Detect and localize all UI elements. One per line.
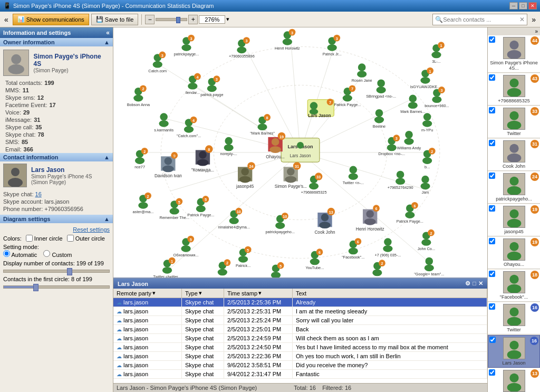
maximize-button[interactable]: □ [519, 2, 527, 9]
cell-text: Fantastic [293, 370, 487, 378]
col-remote-party[interactable]: Remote party▾ [113, 289, 182, 298]
owner-section-header[interactable]: Owner information ▲ [0, 38, 113, 46]
svg-point-89 [257, 123, 267, 130]
contact-section-header[interactable]: Contact information ▲ [0, 153, 113, 161]
chat-row[interactable]: ☁ lars.jason Skype chat 2/5/2013 2:22:36… [113, 352, 487, 361]
contact-checkbox[interactable] [489, 36, 495, 43]
node-lars[interactable]: 7 Lars Jason [307, 99, 334, 119]
contact-checkbox[interactable] [489, 74, 495, 81]
contact-checkbox[interactable] [489, 337, 496, 343]
contact-avatar [503, 271, 525, 293]
chat-row[interactable]: ☁ lars.jason Skype chat 2/5/2013 2:24:50… [113, 343, 487, 352]
svg-point-294 [507, 284, 521, 293]
close-button[interactable]: ✕ [528, 2, 537, 9]
svg-text:5: 5 [279, 264, 282, 269]
contact-checkbox[interactable] [489, 140, 495, 146]
svg-point-250 [377, 79, 385, 87]
minimize-button[interactable]: ─ [509, 2, 518, 9]
svg-point-53 [327, 44, 337, 51]
right-contact-card[interactable]: 19 Ohayou... [488, 237, 540, 269]
contact-badge: 43 [531, 74, 539, 83]
contact-card-name: Cook John [503, 164, 525, 169]
search-input[interactable] [443, 16, 519, 23]
svg-text:7: 7 [351, 87, 353, 91]
contacts-slider[interactable] [3, 267, 110, 275]
chat-row[interactable]: ☁ lars.jason Skype chat 9/4/2012 2:31:47… [113, 370, 487, 379]
svg-text:1: 1 [440, 43, 442, 48]
svg-point-4 [8, 178, 23, 187]
right-contact-card[interactable]: 16 Lars Jason [488, 335, 540, 368]
chat-row[interactable]: ☁ lars.jason Skype chat 2/5/2013 2:25:31… [113, 307, 487, 316]
chat-row[interactable]: ☁ lars.jason Skype chat 9/6/2012 3:58:51… [113, 361, 487, 370]
collapse-button[interactable]: « [106, 29, 110, 36]
svg-text:Simon Payge's...: Simon Payge's... [275, 184, 307, 189]
node-jam[interactable]: Jam [420, 176, 430, 195]
svg-point-81 [184, 126, 194, 133]
show-communications-button[interactable]: 📊 Show communications [13, 14, 89, 25]
col-text[interactable]: Text [293, 289, 487, 298]
expand-left-btn[interactable]: « [2, 15, 11, 24]
svg-point-202 [218, 269, 227, 276]
contact-checkbox[interactable] [489, 205, 495, 212]
svg-point-240 [420, 183, 430, 189]
chat-row[interactable]: ☁ lars.jason Skype chat 2/5/2013 2:25:01… [113, 325, 487, 334]
zoom-slider[interactable] [156, 18, 187, 21]
owner-info: Simon Payge's iPhone 4S (Simon Payge) [33, 53, 110, 73]
minimize-chat-icon[interactable]: □ [472, 280, 476, 287]
first-circle-slider[interactable] [3, 283, 110, 291]
contact-checkbox[interactable] [489, 238, 495, 244]
right-contact-card[interactable]: 13 update+zrdol1=l... [488, 368, 540, 392]
diagram-canvas[interactable]: Lars Jason Lars Jason 3 Catch.com [113, 27, 487, 278]
col-timestamp[interactable]: Time stamp▾ [224, 289, 293, 298]
right-contact-card[interactable]: 24 patrickpaygeho... [488, 171, 540, 204]
right-contact-card[interactable]: 44 Simon Payge's iPhone 4S... [488, 35, 540, 73]
diagram-section-header[interactable]: Diagram settings ▲ [0, 215, 113, 223]
right-contact-card[interactable]: 18 "Facebook"... [488, 270, 540, 302]
contact-checkbox[interactable] [489, 173, 495, 179]
contact-badge: 24 [531, 173, 539, 181]
right-contact-card[interactable]: 31 Cook John [488, 139, 540, 171]
cell-party: ☁ lars.jason [113, 298, 182, 307]
contact-checkbox[interactable] [489, 107, 495, 113]
right-contact-card[interactable]: 43 +79688685325 [488, 73, 540, 106]
close-chat-icon[interactable]: ✕ [478, 280, 483, 287]
contact-avatar [503, 304, 525, 326]
zoom-in-button[interactable]: + [188, 15, 198, 24]
contact-badge: 18 [531, 271, 539, 279]
contact-checkbox[interactable] [489, 303, 495, 310]
right-contact-card[interactable]: 33 Twitter [488, 106, 540, 138]
chat-row[interactable]: ☁ lars.jason Skype chat 2/5/2013 2:25:24… [113, 316, 487, 325]
contact-checkbox[interactable] [489, 369, 495, 376]
auto-radio: Automatic [3, 250, 37, 258]
svg-point-1 [8, 64, 24, 74]
zoom-value[interactable]: 276% [199, 15, 225, 24]
search-clear-button[interactable]: ✕ [519, 16, 525, 23]
skype-icon: ☁ [117, 309, 122, 314]
contact-info-area: Lars Jason Simon Payge's iPhone 4S (Simo… [0, 161, 113, 215]
contact-checkbox[interactable] [489, 271, 495, 277]
settings-icon[interactable]: ⚙ [465, 280, 470, 287]
svg-text:IsGYUAWJDKE...: IsGYUAWJDKE... [410, 84, 441, 89]
right-panel-header[interactable]: » [488, 27, 540, 35]
main-layout: Information and settings « Owner informa… [0, 27, 540, 392]
col-type[interactable]: Type▾ [182, 289, 224, 298]
svg-text:2: 2 [430, 231, 432, 236]
zoom-slider-thumb[interactable] [176, 17, 180, 23]
right-contact-card[interactable]: 16 Twitter [488, 302, 540, 334]
zoom-control: − + 276% ▾ [145, 15, 229, 24]
zoom-out-button[interactable]: − [145, 15, 155, 24]
right-contact-card[interactable]: 19 jasonp45 [488, 204, 540, 236]
chat-row[interactable]: ☁ lars.jason Skype chat 2/5/2013 2:24:59… [113, 334, 487, 343]
svg-text:Patrick Payge...: Patrick Payge... [334, 102, 361, 107]
svg-text:5: 5 [190, 237, 192, 242]
svg-text:Ohayou...: Ohayou... [214, 276, 231, 278]
cell-type: Skype chat [182, 316, 224, 324]
chat-row[interactable]: ☁ lars.jason Skype chat 2/5/2013 2:25:36… [113, 298, 487, 307]
svg-point-247 [423, 113, 431, 121]
svg-text:Davidson Ivan: Davidson Ivan [155, 174, 182, 178]
cell-timestamp: 9/4/2012 2:31:47 PM [224, 370, 293, 378]
reset-settings-link[interactable]: Reset settings [3, 225, 110, 234]
save-to-file-button[interactable]: 💾 Save to file [91, 14, 138, 25]
expand-right-btn[interactable]: » [529, 15, 538, 24]
contact-badge: 16 [530, 337, 538, 345]
